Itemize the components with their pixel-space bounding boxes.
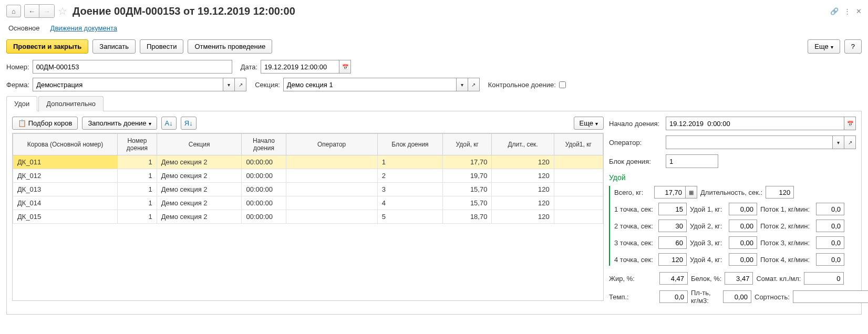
col-cow[interactable]: Корова (Основной номер) bbox=[13, 134, 118, 155]
density-label: Пл-ть, кг/м3: bbox=[691, 289, 720, 305]
milking-table: Корова (Основной номер) Номер доения Сек… bbox=[13, 133, 603, 224]
point-sec-input[interactable] bbox=[658, 220, 687, 232]
total-input[interactable] bbox=[654, 186, 686, 199]
point-label: 3 точка, сек: bbox=[614, 239, 655, 247]
point-flow-input[interactable] bbox=[816, 253, 844, 266]
detail-block-input[interactable] bbox=[666, 154, 718, 168]
farm-input[interactable] bbox=[33, 78, 223, 91]
cancel-post-button[interactable]: Отменить проведение bbox=[188, 39, 272, 54]
kebab-icon[interactable]: ⋮ bbox=[844, 7, 851, 15]
col-start[interactable]: Начало доения bbox=[242, 134, 286, 155]
point-sec-input[interactable] bbox=[658, 236, 687, 249]
point-yield-label: Удой 2, кг: bbox=[690, 222, 726, 230]
point-sec-input[interactable] bbox=[658, 203, 687, 215]
table-row[interactable]: ДК_0131Демо секция 200:00:00315,70120 bbox=[13, 183, 603, 196]
detail-operator-input[interactable] bbox=[666, 135, 833, 149]
sort-desc-button[interactable]: Я↓ bbox=[181, 117, 197, 130]
post-and-close-button[interactable]: Провести и закрыть bbox=[6, 39, 88, 54]
open-icon[interactable]: ↗ bbox=[844, 135, 856, 149]
fat-label: Жир, %: bbox=[609, 275, 656, 283]
home-button[interactable]: ⌂ bbox=[6, 5, 21, 17]
more-button[interactable]: Еще bbox=[808, 39, 840, 54]
farm-label: Ферма: bbox=[6, 81, 29, 89]
calendar-icon[interactable]: 📅 bbox=[339, 60, 351, 74]
table-row[interactable]: ДК_0111Демо секция 200:00:00117,70120 bbox=[13, 155, 603, 169]
col-operator[interactable]: Оператор bbox=[286, 134, 377, 155]
point-flow-label: Поток 2, кг/мин: bbox=[760, 222, 813, 230]
tab-additional[interactable]: Дополнительно bbox=[38, 96, 104, 111]
udoy-section-title: Удой bbox=[609, 173, 856, 182]
detail-start-label: Начало доения: bbox=[609, 120, 662, 128]
protein-input[interactable] bbox=[725, 272, 753, 285]
table-more-button[interactable]: Еще bbox=[574, 117, 604, 130]
table-row[interactable]: ДК_0151Демо секция 200:00:00518,70120 bbox=[13, 210, 603, 224]
grade-input[interactable] bbox=[793, 290, 868, 303]
somat-label: Сомат. кл./мл: bbox=[756, 275, 801, 283]
calendar-icon[interactable]: 📅 bbox=[844, 117, 856, 130]
duration-label: Длительность, сек.: bbox=[700, 189, 762, 196]
point-flow-input[interactable] bbox=[816, 220, 844, 232]
fill-milking-button[interactable]: Заполнить доение bbox=[82, 117, 157, 130]
forward-button[interactable]: → bbox=[39, 5, 54, 17]
somat-input[interactable] bbox=[804, 272, 844, 285]
chevron-down-icon[interactable]: ▾ bbox=[833, 135, 844, 149]
open-icon[interactable]: ↗ bbox=[235, 78, 246, 91]
detail-operator-label: Оператор: bbox=[609, 139, 662, 147]
temp-label: Темп.: bbox=[609, 293, 656, 301]
temp-input[interactable] bbox=[659, 290, 688, 303]
control-milking-checkbox[interactable] bbox=[559, 81, 566, 88]
control-milking-label: Контрольное доение: bbox=[488, 81, 556, 89]
col-duration[interactable]: Длит., сек. bbox=[492, 134, 554, 155]
col-block[interactable]: Блок доения bbox=[377, 134, 442, 155]
date-input[interactable] bbox=[261, 60, 339, 74]
point-yield-label: Удой 4, кг: bbox=[690, 256, 726, 264]
date-label: Дата: bbox=[241, 63, 257, 71]
point-flow-label: Поток 3, кг/мин: bbox=[760, 239, 813, 247]
tab-movements[interactable]: Движения документа bbox=[50, 22, 117, 34]
calculator-icon[interactable]: ▦ bbox=[686, 186, 697, 199]
help-button[interactable]: ? bbox=[844, 39, 862, 54]
point-yield-input[interactable] bbox=[729, 203, 757, 215]
link-icon[interactable]: 🔗 bbox=[830, 7, 839, 15]
point-flow-input[interactable] bbox=[816, 236, 844, 249]
window-header: ⌂ ← → ☆ Доение 00ДМ-000153 от 19.12.2019… bbox=[6, 4, 862, 18]
col-yield[interactable]: Удой, кг bbox=[443, 134, 492, 155]
main-toolbar: Провести и закрыть Записать Провести Отм… bbox=[6, 39, 862, 54]
col-section[interactable]: Секция bbox=[157, 134, 242, 155]
number-label: Номер: bbox=[6, 63, 29, 71]
number-input[interactable] bbox=[33, 60, 232, 74]
point-label: 4 точка, сек: bbox=[614, 256, 655, 264]
page-title: Доение 00ДМ-000153 от 19.12.2019 12:00:0… bbox=[73, 5, 295, 17]
favorite-icon[interactable]: ☆ bbox=[58, 5, 67, 17]
point-sec-input[interactable] bbox=[658, 253, 687, 266]
total-label: Всего, кг: bbox=[614, 189, 651, 196]
point-yield-label: Удой 3, кг: bbox=[690, 239, 726, 247]
tab-main[interactable]: Основное bbox=[8, 22, 40, 34]
col-yield1[interactable]: Удой1, кг bbox=[554, 134, 603, 155]
detail-start-input[interactable] bbox=[666, 117, 844, 130]
table-row[interactable]: ДК_0121Демо секция 200:00:00219,70120 bbox=[13, 169, 603, 183]
point-yield-input[interactable] bbox=[729, 236, 757, 249]
chevron-down-icon[interactable]: ▾ bbox=[223, 78, 235, 91]
close-icon[interactable]: ✕ bbox=[856, 7, 862, 15]
fat-input[interactable] bbox=[659, 272, 688, 285]
point-flow-label: Поток 4, кг/мин: bbox=[760, 256, 813, 264]
tab-udoi[interactable]: Удои bbox=[6, 96, 37, 111]
point-flow-input[interactable] bbox=[816, 203, 844, 215]
point-yield-input[interactable] bbox=[729, 253, 757, 266]
density-input[interactable] bbox=[723, 290, 751, 303]
post-button[interactable]: Провести bbox=[140, 39, 184, 54]
back-button[interactable]: ← bbox=[25, 5, 39, 17]
chevron-down-icon[interactable]: ▾ bbox=[457, 78, 468, 91]
open-icon[interactable]: ↗ bbox=[468, 78, 480, 91]
point-yield-input[interactable] bbox=[729, 220, 757, 232]
save-button[interactable]: Записать bbox=[92, 39, 136, 54]
table-row[interactable]: ДК_0141Демо секция 200:00:00415,70120 bbox=[13, 196, 603, 210]
section-input[interactable] bbox=[283, 78, 457, 91]
duration-input[interactable] bbox=[766, 186, 794, 199]
point-label: 2 точка, сек: bbox=[614, 222, 655, 230]
col-num[interactable]: Номер доения bbox=[118, 134, 157, 155]
pick-cows-button[interactable]: 📋 Подбор коров bbox=[12, 117, 78, 130]
detail-block-label: Блок доения: bbox=[609, 158, 662, 165]
sort-asc-button[interactable]: А↓ bbox=[161, 117, 177, 130]
